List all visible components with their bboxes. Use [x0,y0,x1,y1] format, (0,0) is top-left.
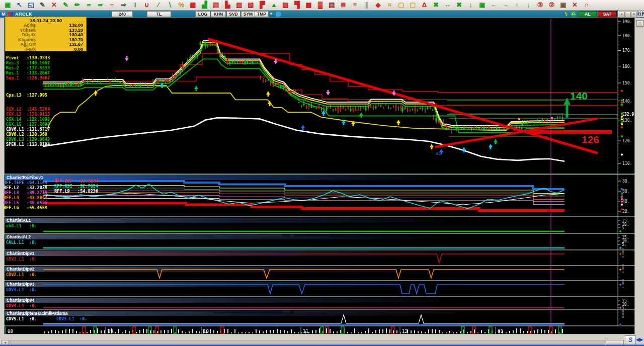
level-label: CGX.L5 :127.2694 [6,122,50,127]
price-target-down-annotation: 126 [582,134,599,146]
indicator-value-label: RFF.L9 :54.8236 [54,189,98,194]
level-label: Pivot :130.9333 [6,55,50,60]
svg-text:160.: 160. [622,64,632,69]
trendlines [209,39,612,153]
indicator-value-label: CDV2.L1 :0. [6,272,37,277]
indicator-value-label: RFF.L5 :48.6586 [4,200,47,205]
indicator-value-label: CDV3.L1 :0. [6,287,37,292]
svg-text:180.: 180. [622,34,632,38]
buy-signal-text: AL [436,151,441,156]
level-label: Sup.1 :126.3667 [6,75,50,80]
rsi-pane-lines [43,181,565,211]
svg-text:120.: 120. [622,139,632,143]
svg-text:130.: 130. [622,118,632,123]
svg-text:110.: 110. [622,161,632,166]
svg-text:11: 11 [303,329,308,334]
level-label: SPEK.L1 :113.8184 [6,142,50,147]
svg-text:132.9: 132.9 [622,112,634,117]
svg-text:5.: 5. [622,226,627,230]
level-label: CGX.L4 :122.1098 [6,117,50,122]
level-label: CGX.L3 :138.9115 [6,112,50,117]
svg-text:150.: 150. [622,81,632,85]
svg-text:09: 09 [108,329,113,334]
svg-text:190.: 190. [622,20,632,24]
indicator-value-label: RFF.L3 :39.2719 [4,190,47,195]
lower-panel-lines [43,231,565,325]
level-label: Res.2 :137.8333 [6,65,50,70]
svg-text:10: 10 [203,329,209,334]
page-nav-arrows-icon[interactable]: ◀▶ [636,337,643,342]
indicator-value-label: RFF.DIP :23.6544 [54,179,98,184]
indicator-value-label: RFF.L4 :43.8844 [4,195,47,200]
svg-text:5.: 5. [622,242,627,247]
indicator-value-label: RFF.RSI :52.7024 [54,184,98,189]
indicator-value-label: RFF.TEPE :64.1144 [4,180,47,185]
svg-text:60.: 60. [622,189,629,194]
svg-text:08: 08 [8,329,13,334]
indicator-value-label: CDV1.L1 :0. [6,256,37,262]
matriks-trading-app: ▣↖◱✎✕✎✏＝≃−⇒Ι∪∕∖%▦▟▤▙▥▧▛▲▨▜▩▓▤≣≡∥◈¤▢▢Δ✖↔✖… [0,0,644,346]
level-label: Res.3 :140.1667 [6,60,50,65]
svg-text:170.: 170. [622,48,632,53]
level-label: Cps.L3 :127.995 [6,93,47,98]
indicator-value-label: ch4.L1 :0. [6,223,37,228]
svg-text:12: 12 [402,329,408,334]
level-label: CDV6.L2 :130.368 [6,132,47,137]
quote-info-box: 18.01.24 10:00 Açılış132.00 Yüksek133.20… [5,17,87,51]
indicator-value-label: CDV5.L1 :0. [6,316,37,321]
level-label: CDV6.L1 :131.6717 [6,127,50,132]
price-axis: 190.180.170.160.150.140.130.120.110.132.… [618,20,634,325]
svg-text:0.0000: 0.0000 [621,309,624,318]
level-label: CGX.L2 :145.5264 [6,107,50,112]
main-indicator-lines [43,41,618,161]
bottom-scrollbar-bar: ◂ S ◀▶ [0,335,644,344]
chart-canvas: 190.180.170.160.150.140.130.120.110.132.… [0,0,644,346]
indicator-value-label: CDV4.L1 :0. [6,303,37,308]
svg-text:01: 01 [498,329,503,334]
svg-text:140.: 140. [622,99,632,104]
up-arrow-icon [564,98,571,105]
price-target-up-annotation: 140 [570,90,588,102]
svg-text:80.: 80. [622,179,629,184]
level-label: Res.1 :133.2667 [6,70,50,75]
svg-text:40.: 40. [622,199,629,204]
svg-text:0.0000: 0.0000 [621,279,624,288]
indicator-value-label: RFF.L6 :55.4559 [4,205,47,210]
indicator-value-label: RFF.L2 :33.2029 [4,185,47,190]
svg-text:0.0000: 0.0000 [621,264,624,273]
svg-text:0.0000: 0.0000 [621,248,624,257]
indicator-value-label: CALL.L1 :0. [6,240,37,245]
matriks-logo-button[interactable]: S [625,335,636,345]
indicator-value-label: CDV3.L1 :0. [56,316,87,321]
level-label: CDV6.L3 :129.0643 [6,137,50,142]
svg-text:20.: 20. [622,209,629,214]
